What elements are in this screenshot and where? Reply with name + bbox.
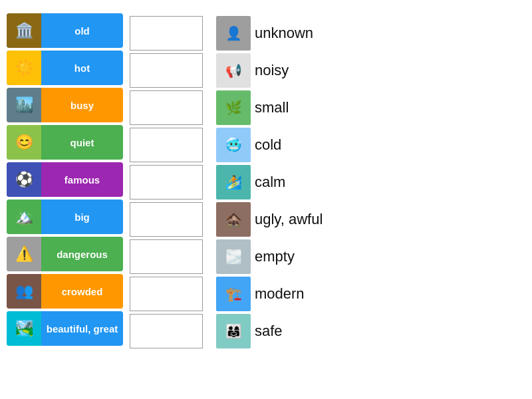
- right-item-calm: 🏄calm: [216, 165, 525, 200]
- word-card-hot[interactable]: ☀️hot: [7, 51, 123, 85]
- card-image-old: 🏛️: [7, 13, 41, 48]
- right-column: 👤unknown📢noisy🌿small🥶cold🏄calm🏚️ugly, aw…: [216, 13, 525, 348]
- right-image-small: 🌿: [216, 90, 251, 125]
- card-image-quiet: 😊: [7, 125, 41, 160]
- card-image-busy: 🏙️: [7, 88, 41, 122]
- card-label-beautiful: beautiful, great: [41, 321, 123, 337]
- main-container: 🏛️old☀️hot🏙️busy😊quiet⚽famous🏔️big⚠️dang…: [0, 0, 532, 362]
- card-label-hot: hot: [41, 60, 123, 76]
- card-label-old: old: [41, 23, 123, 39]
- card-label-big: big: [41, 209, 123, 225]
- card-image-big: 🏔️: [7, 200, 41, 234]
- right-image-calm: 🏄: [216, 165, 251, 200]
- right-word-empty: empty: [255, 248, 295, 265]
- right-image-unknown: 👤: [216, 16, 251, 51]
- right-word-ugly: ugly, awful: [255, 211, 323, 228]
- answer-input-7[interactable]: [130, 239, 203, 274]
- right-item-cold: 🥶cold: [216, 128, 525, 162]
- answer-input-8[interactable]: [130, 277, 203, 311]
- word-card-dangerous[interactable]: ⚠️dangerous: [7, 237, 123, 271]
- word-card-busy[interactable]: 🏙️busy: [7, 88, 123, 122]
- word-card-famous[interactable]: ⚽famous: [7, 162, 123, 197]
- right-item-noisy: 📢noisy: [216, 53, 525, 88]
- right-word-calm: calm: [255, 174, 285, 191]
- answer-input-4[interactable]: [130, 128, 203, 162]
- answer-input-2[interactable]: [130, 53, 203, 88]
- answer-input-5[interactable]: [130, 165, 203, 200]
- answer-input-1[interactable]: [130, 16, 203, 51]
- right-word-noisy: noisy: [255, 62, 289, 79]
- card-label-busy: busy: [41, 97, 123, 114]
- right-item-empty: 🌫️empty: [216, 239, 525, 274]
- right-image-empty: 🌫️: [216, 239, 251, 274]
- right-item-unknown: 👤unknown: [216, 16, 525, 51]
- word-card-quiet[interactable]: 😊quiet: [7, 125, 123, 160]
- card-label-famous: famous: [41, 172, 123, 188]
- right-item-small: 🌿small: [216, 90, 525, 125]
- right-image-safe: 👨‍👩‍👧: [216, 314, 251, 348]
- right-image-modern: 🏗️: [216, 277, 251, 311]
- right-item-modern: 🏗️modern: [216, 277, 525, 311]
- card-image-crowded: 👥: [7, 274, 41, 309]
- word-card-big[interactable]: 🏔️big: [7, 200, 123, 234]
- left-column: 🏛️old☀️hot🏙️busy😊quiet⚽famous🏔️big⚠️dang…: [7, 13, 123, 346]
- card-label-crowded: crowded: [41, 283, 123, 300]
- right-word-cold: cold: [255, 136, 281, 154]
- card-image-beautiful: 🏞️: [7, 311, 41, 346]
- right-word-safe: safe: [255, 323, 283, 340]
- right-word-small: small: [255, 99, 289, 116]
- answer-input-6[interactable]: [130, 202, 203, 237]
- answer-input-9[interactable]: [130, 314, 203, 348]
- right-item-safe: 👨‍👩‍👧safe: [216, 314, 525, 348]
- right-item-ugly: 🏚️ugly, awful: [216, 202, 525, 237]
- right-image-noisy: 📢: [216, 53, 251, 88]
- card-label-dangerous: dangerous: [41, 246, 123, 263]
- right-word-modern: modern: [255, 285, 305, 303]
- card-image-famous: ⚽: [7, 162, 41, 197]
- word-card-old[interactable]: 🏛️old: [7, 13, 123, 48]
- card-image-dangerous: ⚠️: [7, 237, 41, 271]
- card-image-hot: ☀️: [7, 51, 41, 85]
- word-card-beautiful[interactable]: 🏞️beautiful, great: [7, 311, 123, 346]
- word-card-crowded[interactable]: 👥crowded: [7, 274, 123, 309]
- right-image-ugly: 🏚️: [216, 202, 251, 237]
- card-label-quiet: quiet: [41, 134, 123, 151]
- right-word-unknown: unknown: [255, 25, 313, 42]
- answer-input-3[interactable]: [130, 90, 203, 125]
- middle-column: [130, 13, 209, 348]
- right-image-cold: 🥶: [216, 128, 251, 162]
